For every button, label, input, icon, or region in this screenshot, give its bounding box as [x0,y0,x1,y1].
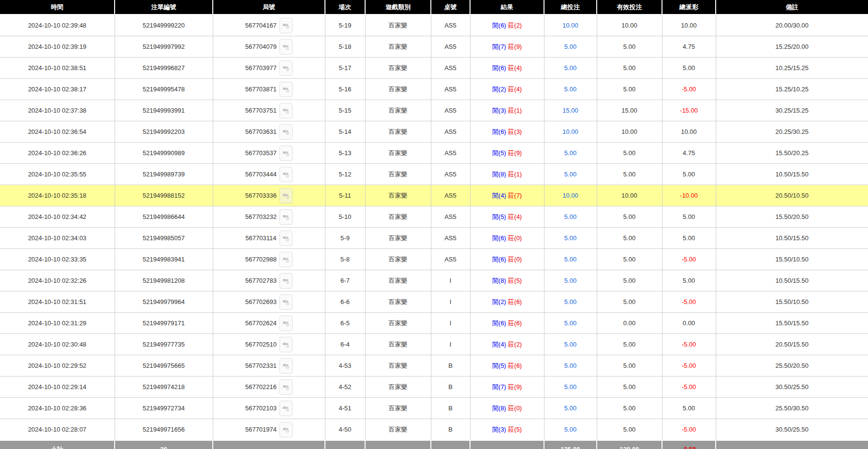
total-bet-link[interactable]: 5.00 [564,149,576,157]
video-replay-icon[interactable] [280,294,293,310]
cell-time: 2024-10-10 02:38:17 [0,79,115,100]
cell-table-no: AS5 [431,121,470,143]
total-bet-link[interactable]: 5.00 [564,277,576,284]
cell-total-payout: 5.00 [662,58,716,79]
cell-table-no: I [431,334,470,355]
result-player: 閒(5) [492,149,506,157]
result-player: 閒(6) [492,234,506,242]
video-replay-icon[interactable] [280,379,293,395]
cell-result: 閒(8) 莊(1) [470,164,544,185]
total-bet-link[interactable]: 10.00 [562,22,578,29]
cell-valid-bet: 5.00 [597,164,662,185]
result-banker: 莊(4) [508,64,522,72]
total-bet-link[interactable]: 5.00 [564,298,576,305]
cell-round-no: 567702988 [213,249,325,270]
cell-bet-id: 521949999220 [115,14,213,36]
result-player: 閒(6) [492,22,506,29]
round-number: 567702624 [245,319,277,327]
result-banker: 莊(4) [508,213,522,220]
cell-total-payout: 5.00 [662,270,716,291]
total-bet-link[interactable]: 5.00 [564,426,576,433]
total-bet-link[interactable]: 5.00 [564,341,576,348]
video-replay-icon[interactable] [280,60,293,76]
video-replay-icon[interactable] [280,103,293,118]
total-bet-link[interactable]: 5.00 [564,43,576,50]
total-bet-link[interactable]: 5.00 [564,64,576,72]
round-number: 567702988 [245,256,277,263]
cell-total-bet: 5.00 [544,355,597,377]
cell-bet-id: 521949981208 [115,270,213,291]
total-bet-link[interactable]: 10.00 [562,128,578,135]
result-banker: 莊(6) [508,362,522,369]
video-replay-icon[interactable] [280,231,293,246]
result-player: 閒(4) [492,341,506,348]
cell-round-no: 567703537 [213,143,325,164]
total-bet-link[interactable]: 5.00 [564,405,576,412]
round-number: 567703871 [245,86,277,93]
total-bet-link[interactable]: 10.00 [562,192,578,199]
result-player: 閒(7) [492,383,506,391]
round-number: 567703336 [245,192,277,199]
video-replay-icon[interactable] [280,82,293,97]
total-bet-link[interactable]: 5.00 [564,213,576,220]
subtotal-empty-table [431,440,470,449]
subtotal-empty-round [213,440,325,449]
video-replay-icon[interactable] [280,145,293,161]
cell-table-no: AS5 [431,100,470,121]
total-bet-link[interactable]: 5.00 [564,171,576,178]
cell-round-no: 567703631 [213,121,325,143]
cell-time: 2024-10-10 02:39:48 [0,14,115,36]
video-replay-icon[interactable] [280,209,293,225]
video-replay-icon[interactable] [280,422,293,437]
cell-session: 5-12 [325,164,365,185]
cell-total-bet: 5.00 [544,249,597,270]
cell-valid-bet: 15.00 [597,100,662,121]
result-banker: 莊(5) [508,426,522,433]
cell-table-no: AS5 [431,185,470,206]
total-bet-link[interactable]: 5.00 [564,86,576,93]
round-number: 567702783 [245,277,277,284]
cell-valid-bet: 5.00 [597,334,662,355]
video-replay-icon[interactable] [280,316,293,331]
table-row: 2024-10-10 02:39:48 521949999220 5677041… [0,14,868,36]
total-bet-link[interactable]: 5.00 [564,383,576,391]
total-bet-link[interactable]: 5.00 [564,256,576,263]
result-player: 閒(6) [492,128,506,135]
result-banker: 莊(4) [508,86,522,93]
result-banker: 莊(6) [508,319,522,327]
cell-session: 6-5 [325,313,365,334]
video-replay-icon[interactable] [280,167,293,182]
table-row: 2024-10-10 02:29:52 521949975665 5677023… [0,355,868,377]
result-player: 閒(6) [492,64,506,72]
video-replay-icon[interactable] [280,273,293,289]
total-bet-link[interactable]: 5.00 [564,319,576,327]
video-replay-icon[interactable] [280,252,293,267]
column-header-remark: 備註 [716,0,868,14]
video-replay-icon[interactable] [280,18,293,33]
video-replay-icon[interactable] [280,124,293,140]
result-banker: 莊(6) [508,298,522,305]
cell-remark: 15.50/15.50 [716,313,868,334]
table-row: 2024-10-10 02:31:51 521949979964 5677026… [0,291,868,313]
cell-game-type: 百家樂 [365,419,431,441]
cell-game-type: 百家樂 [365,164,431,185]
total-bet-link[interactable]: 5.00 [564,234,576,242]
table-row: 2024-10-10 02:34:42 521949986644 5677032… [0,206,868,228]
cell-remark: 15.50/10.50 [716,249,868,270]
video-replay-icon[interactable] [280,358,293,374]
result-player: 閒(4) [492,192,506,199]
bet-records-table: 時間注單編號局號場次遊戲類別桌號結果總投注有效投注總派彩備註 2024-10-1… [0,0,868,449]
cell-remark: 25.50/20.50 [716,355,868,377]
total-bet-link[interactable]: 15.00 [562,107,578,114]
round-number: 567701974 [245,426,277,433]
video-replay-icon[interactable] [280,401,293,416]
cell-table-no: B [431,398,470,419]
video-replay-icon[interactable] [280,39,293,55]
cell-bet-id: 521949985057 [115,228,213,249]
video-replay-icon[interactable] [280,188,293,203]
total-bet-link[interactable]: 5.00 [564,362,576,369]
video-replay-icon[interactable] [280,337,293,352]
cell-valid-bet: 5.00 [597,79,662,100]
cell-table-no: AS5 [431,164,470,185]
cell-valid-bet: 5.00 [597,228,662,249]
